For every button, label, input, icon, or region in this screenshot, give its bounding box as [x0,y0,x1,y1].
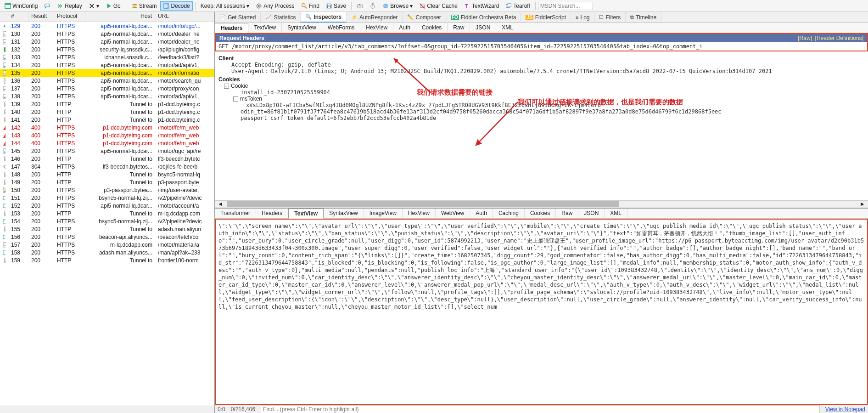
session-row[interactable]: 150200 HTTPSp3-passport.bytea.../img/use… [0,186,214,194]
clearcache-button[interactable]: Clear Cache [416,1,460,11]
tree-toggle[interactable]: − [224,84,229,89]
resp-tab-auth[interactable]: Auth [470,209,493,218]
resp-tab-xml[interactable]: XML [605,209,627,218]
session-row[interactable]: 158200 HTTPSadash.man.aliyuncs.../man/ap… [0,249,214,256]
mstoken-node[interactable]: msToken [240,96,262,102]
tab-statistics[interactable]: 📈Statistics [261,12,301,23]
session-row[interactable]: JS 138200 HTTPSapi5-normal-lq.dcar.../mo… [0,92,214,100]
camera-button[interactable] [354,1,366,11]
resp-tab-transformer[interactable]: Transformer [215,209,256,218]
req-tab-syntaxview[interactable]: SyntaxView [282,23,322,33]
session-row[interactable]: 154200 HTTPSbsync5-normal-lq.zij.../v2/p… [0,217,214,225]
winconfig-button[interactable]: WinConfig [2,1,40,11]
req-tab-webforms[interactable]: WebForms [322,23,360,33]
tab-log[interactable]: ≡Log [571,12,594,23]
tab-autoresponder[interactable]: ⚡AutoResponder [347,12,403,23]
request-hscroll[interactable]: ◄► [215,200,868,208]
remove-button[interactable]: ▾ [86,1,102,11]
req-tab-hexview[interactable]: HexView [360,23,393,33]
go-button[interactable]: Go [103,1,123,11]
session-row[interactable]: JS 135200 HTTPSapi5-normal-lq.dcar.../mo… [0,69,214,77]
tab-inspectors[interactable]: 🔍Inspectors [301,12,347,23]
session-row[interactable]: 146200 HTTPTunnel tolf3-beecdn.bytetc [0,155,214,163]
session-row[interactable]: 141200 HTTPTunnel top1-dcd.byteimg.c [0,116,214,124]
tab-filters[interactable]: ☐Filters [594,12,626,23]
response-textview[interactable]: \":\"\",\"screen_name\":\"\",\"avatar_ur… [215,219,868,405]
tab-timeline[interactable]: ⧉Timeline [626,12,661,23]
session-row[interactable]: JS 133200 HTTPSichannel.snssdk.c.../feed… [0,53,214,61]
passport-csrf[interactable]: passport_csrf_token_default=6f52ebb7bf2c… [241,115,864,121]
resp-tab-hexview[interactable]: HexView [403,209,436,218]
session-row[interactable]: ! 143400 HTTPSp1-dcd.byteimg.com/motor/f… [0,131,214,139]
col-id[interactable]: # [8,12,28,22]
raw-link[interactable]: [Raw] [798,35,812,41]
col-url[interactable]: URL [155,12,214,22]
comment-button[interactable] [41,1,53,11]
session-row[interactable]: JS 137200 HTTPSapi5-normal-lq.dcar.../mo… [0,85,214,92]
resp-tab-headers[interactable]: Headers [256,209,288,218]
req-tab-cookies[interactable]: Cookies [416,23,448,33]
save-button[interactable]: Save [323,1,349,11]
session-row[interactable]: JS 134200 HTTPSapi5-normal-lq.dcar.../mo… [0,61,214,69]
session-row[interactable]: ! 142400 HTTPSp1-dcd.byteimg.com/motor/f… [0,124,214,131]
session-row[interactable]: 151200 HTTPSbsync5-normal-lq.zij.../v2/p… [0,194,214,202]
view-in-notepad[interactable]: View in Notepad [825,406,865,413]
session-row[interactable]: 136200 HTTPSapi5-normal-lq.dcar.../motor… [0,77,214,85]
session-row[interactable]: 148200 HTTPTunnel tobsync5-normal-lq [0,170,214,178]
find-input[interactable] [261,405,820,413]
tearoff-button[interactable]: Tearoff [503,1,532,11]
session-row[interactable]: JS 157200 HTTPSm-lq.dcdapp.com/motor/mat… [0,241,214,249]
session-row[interactable]: JS 145200 HTTPSapi5-normal-lq.dcar.../mo… [0,147,214,155]
stream-button[interactable]: Stream [129,1,160,11]
resp-tab-caching[interactable]: Caching [493,209,525,218]
textwizard-button[interactable]: TTextWizard [461,1,502,11]
session-row[interactable]: ! 144400 HTTPSp1-dcd.byteimg.com/motor/f… [0,139,214,147]
session-row[interactable]: JS 131200 HTTPSapi5-normal-lq.dcar.../mo… [0,38,214,45]
tab-composer[interactable]: ✏️Composer [403,12,446,23]
req-tab-raw[interactable]: Raw [448,23,470,33]
session-row[interactable]: 155200 HTTPTunnel toadash.man.aliyun [0,225,214,233]
col-host[interactable]: Host [85,12,155,22]
session-row[interactable]: 149200 HTTPTunnel top3-passport.byte [0,178,214,186]
accept-encoding[interactable]: Accept-Encoding: gzip, deflate [231,62,864,68]
user-agent[interactable]: User-Agent: Dalvik/2.1.0 (Linux; U; Andr… [231,68,864,74]
resp-tab-syntaxview[interactable]: SyntaxView [324,209,364,218]
session-row[interactable]: 132200 HTTPSsecurity-lq.snssdk.c.../api/… [0,45,214,53]
session-row[interactable]: JS 130200 HTTPSapi5-normal-lq.dcar.../mo… [0,30,214,38]
anyprocess-button[interactable]: Any Process [253,1,297,11]
session-row[interactable]: 139200 HTTPTunnel top1-dcd.byteimg.c [0,100,214,108]
resp-tab-cookies[interactable]: Cookies [525,209,556,218]
tab-fiddlerscript[interactable]: JSFiddlerScript [521,12,571,23]
replay-button[interactable]: Replay [54,1,84,11]
msdn-search[interactable] [538,2,593,10]
tab-get-started[interactable]: 📄Get Started [215,12,261,23]
resp-tab-imageview[interactable]: ImageView [364,209,403,218]
req-tab-headers[interactable]: Headers [215,23,248,33]
session-row[interactable]: 159200 HTTPTunnel tofrontier100-norm [0,256,214,264]
cookie-node[interactable]: Cookie [231,83,248,89]
header-definitions-link[interactable]: [Header Definitions] [815,35,863,41]
tab-fiddler-orchestra-beta[interactable]: FOFiddler Orchestra Beta [446,12,521,23]
mstoken-value[interactable]: xVsLDx8pTOI-wFICba5wfMIlxg4IBd0MOgl8UZNP… [246,102,864,108]
session-row[interactable]: 129200 HTTPSapi5-normal-lq.dcar.../motor… [0,22,214,30]
grid-hscroll[interactable] [0,406,214,413]
col-result[interactable]: Result [28,12,54,22]
resp-tab-raw[interactable]: Raw [556,209,578,218]
req-tab-xml[interactable]: XML [496,23,519,33]
resp-tab-json[interactable]: JSON [578,209,605,218]
req-tab-textview[interactable]: TextView [248,23,282,33]
browse-button[interactable]: Browse ▾ [380,1,415,11]
timer-button[interactable] [367,1,379,11]
session-row[interactable]: 147304 HTTPSlf3-beecdn.bytetos.../obj/ie… [0,163,214,170]
session-row[interactable]: 153200 HTTPTunnel tom-lq.dcdapp.com [0,209,214,217]
req-tab-json[interactable]: JSON [470,23,496,33]
session-row[interactable]: 152200 HTTPSapi5-normal-lq.dcar.../motor… [0,202,214,209]
request-line[interactable]: GET /motor/proxy/comment_list/article/v3… [215,42,868,51]
req-tab-auth[interactable]: Auth [393,23,416,33]
install-id[interactable]: install_id=2307210525559904 [241,89,864,96]
resp-tab-textview[interactable]: TextView [288,209,324,219]
keep-button[interactable]: Keep: All sessions ▾ [198,1,252,11]
session-row[interactable]: 156200 HTTPSbeacon-api.aliyuncs.../beaco… [0,233,214,241]
tree-toggle[interactable]: − [233,96,238,102]
session-row[interactable]: 140200 HTTPTunnel top1-dcd.byteimg.c [0,108,214,116]
